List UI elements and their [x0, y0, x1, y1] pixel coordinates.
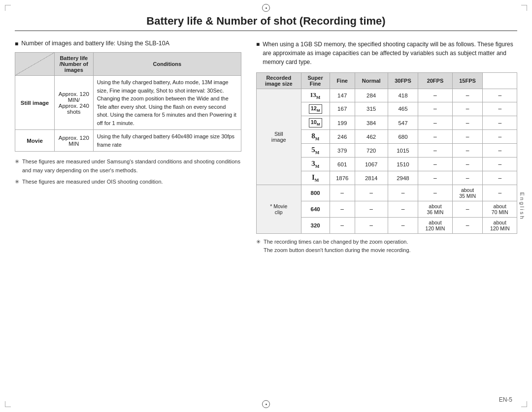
- page-number: EN-5: [499, 396, 512, 403]
- footnote-sym-1: ✳: [15, 158, 19, 175]
- still-image-value: Approx. 120 MIN/Approx. 240shots: [55, 76, 94, 130]
- size-640: 640: [301, 201, 330, 218]
- table-row-still: Still image Approx. 120 MIN/Approx. 240s…: [15, 76, 241, 130]
- still-5m-n: 1015: [388, 144, 418, 158]
- corner-mark-br: [521, 401, 527, 407]
- col-20fps: 20FPS: [418, 73, 452, 89]
- still-8m-n: 680: [388, 130, 418, 144]
- corner-mark-tl: [5, 5, 11, 11]
- still-13m-f: 284: [355, 89, 388, 102]
- right-bullet-intro: ■ When using a 1GB SD memory, the specif…: [256, 40, 517, 66]
- table-row-movie: Movie Approx. 120 MIN Using the fully ch…: [15, 130, 241, 152]
- still-13m-30: –: [418, 89, 452, 102]
- movie-320-30fps: about120 MIN: [418, 218, 452, 234]
- right-intro-text: When using a 1GB SD memory, the specifie…: [263, 40, 517, 66]
- still-10m-n: 547: [388, 116, 418, 129]
- still-1m-f: 2814: [355, 171, 388, 185]
- still-12m-n: 465: [388, 102, 418, 116]
- content-columns: ■ Number of images and battery life: Usi…: [15, 40, 517, 254]
- col-recorded-size: Recordedimage size: [257, 73, 301, 89]
- footnote-2-text: These figures are measured under OIS sho…: [22, 178, 163, 187]
- right-column: ■ When using a 1GB SD memory, the specif…: [256, 40, 517, 254]
- corner-mark-tr: [521, 5, 527, 11]
- movie-row-800: * Movieclip 800 – – – – about35 MIN –: [257, 185, 517, 201]
- battery-header-life: Battery life /Number of images: [55, 53, 94, 76]
- still-3m-f: 1067: [355, 158, 388, 171]
- still-image-conditions: Using the fully charged battery, Auto mo…: [93, 76, 241, 130]
- page-title: Battery life & Number of shot (Recording…: [15, 10, 517, 31]
- still-row-13m: Stillimage I3M 147 284 418 – – –: [257, 89, 517, 102]
- still-3m-sf: 601: [330, 158, 355, 171]
- still-5m-f: 720: [355, 144, 388, 158]
- size-12m: 12M: [301, 102, 330, 116]
- col-super-fine: SuperFine: [301, 73, 330, 89]
- col-15fps: 15FPS: [452, 73, 483, 89]
- left-column: ■ Number of images and battery life: Usi…: [15, 40, 241, 190]
- col-fine: Fine: [330, 73, 355, 89]
- size-8m: 8M: [301, 130, 330, 144]
- footnote-1: ✳ These figures are measured under Samsu…: [15, 158, 241, 175]
- still-10m-sf: 199: [330, 116, 355, 129]
- col-normal: Normal: [355, 73, 388, 89]
- right-footnote-text: The recording times can be changed by th…: [264, 238, 411, 254]
- right-footnote: ✳ The recording times can be changed by …: [256, 238, 517, 254]
- footnote-1-text: These figures are measured under Samsung…: [22, 158, 241, 175]
- corner-mark-bl: [5, 401, 11, 407]
- side-language-label: English: [519, 192, 525, 220]
- still-12m-sf: 167: [330, 102, 355, 116]
- size-5m: 5M: [301, 144, 330, 158]
- compass-bottom-icon: [262, 400, 270, 408]
- movie-640-30fps: about36 MIN: [418, 201, 452, 218]
- still-13m-15: –: [483, 89, 517, 102]
- battery-header-conditions: Conditions: [93, 53, 241, 76]
- still-13m-20: –: [452, 89, 483, 102]
- still-13m-n: 418: [388, 89, 418, 102]
- left-footnotes: ✳ These figures are measured under Samsu…: [15, 158, 241, 187]
- still-1m-n: 2948: [388, 171, 418, 185]
- still-image-row-label: Stillimage: [257, 89, 301, 185]
- footnote-sym-2: ✳: [15, 178, 19, 187]
- right-footnote-sym: ✳: [256, 238, 261, 254]
- still-1m-sf: 1876: [330, 171, 355, 185]
- footnote-2: ✳ These figures are measured under OIS s…: [15, 178, 241, 187]
- size-320: 320: [301, 218, 330, 234]
- battery-table: Battery life /Number of images Condition…: [15, 52, 241, 152]
- size-3m: 3M: [301, 158, 330, 171]
- movie-800-20fps: about35 MIN: [452, 185, 483, 201]
- size-1m: IM: [301, 171, 330, 185]
- still-image-label: Still image: [15, 76, 55, 130]
- col-30fps: 30FPS: [388, 73, 418, 89]
- battery-header-diagonal: [15, 53, 55, 76]
- bullet-symbol: ■: [15, 40, 18, 47]
- still-12m-f: 315: [355, 102, 388, 116]
- compass-top-icon: [262, 4, 270, 12]
- shot-table: Recordedimage size SuperFine Fine Normal…: [256, 72, 517, 234]
- left-bullet-intro: ■ Number of images and battery life: Usi…: [15, 40, 241, 47]
- size-10m: 10M: [301, 116, 330, 129]
- still-10m-f: 384: [355, 116, 388, 129]
- still-8m-sf: 246: [330, 130, 355, 144]
- right-bullet-sym: ■: [256, 40, 260, 66]
- movie-clip-row-label: * Movieclip: [257, 185, 301, 234]
- movie-320-15fps: about120 MIN: [483, 218, 517, 234]
- still-3m-n: 1510: [388, 158, 418, 171]
- movie-label: Movie: [15, 130, 55, 152]
- movie-640-15fps: about70 MIN: [483, 201, 517, 218]
- still-13m-sf: 147: [330, 89, 355, 102]
- left-intro-text: Number of images and battery life: Using…: [21, 40, 169, 47]
- still-5m-sf: 379: [330, 144, 355, 158]
- size-13m: I3M: [301, 89, 330, 102]
- still-8m-f: 462: [355, 130, 388, 144]
- movie-value: Approx. 120 MIN: [55, 130, 94, 152]
- movie-conditions: Using the fully charged battery 640x480 …: [93, 130, 241, 152]
- size-800: 800: [301, 185, 330, 201]
